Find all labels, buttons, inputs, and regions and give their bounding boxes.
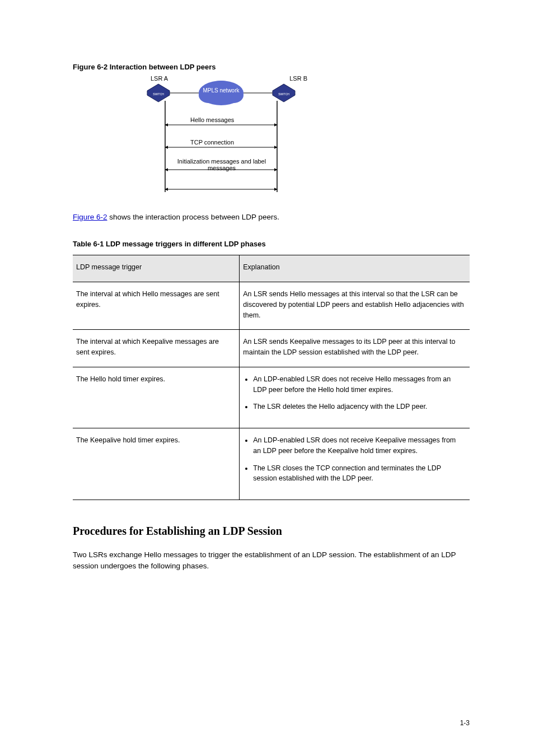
explain-cell: An LSR sends Keepalive messages to its L…: [240, 330, 470, 367]
figure-diagram: SWITCH SWITCH LSR A LSR B MPLS network H…: [137, 77, 305, 195]
svg-text:SWITCH: SWITCH: [153, 92, 164, 96]
figure-label-title: Interaction between LDP peers: [110, 63, 216, 71]
figure-label-num: Figure 6-2: [73, 63, 107, 71]
msg2-label: TCP connection: [190, 138, 234, 147]
svg-text:SWITCH: SWITCH: [278, 92, 289, 96]
list-item: The LSR closes the TCP connection and te…: [253, 463, 464, 484]
explain-cell: An LDP-enabled LSR does not receive Hell…: [240, 367, 470, 428]
section-body: Two LSRs exchange Hello messages to trig…: [73, 549, 470, 572]
explain-cell: An LDP-enabled LSR does not receive Keep…: [240, 428, 470, 500]
page-number: 1-3: [460, 718, 470, 728]
cloud-label: MPLS network: [199, 87, 243, 94]
switch-icon: SWITCH: [273, 84, 295, 102]
table-row: The Hello hold timer expires.An LDP-enab…: [73, 367, 470, 428]
table-head-trigger: LDP message trigger: [73, 255, 240, 282]
msg1-label: Hello messages: [190, 115, 234, 125]
figure-caption-link[interactable]: Figure 6-2: [73, 213, 107, 221]
trigger-cell: The Keepalive hold timer expires.: [73, 428, 240, 500]
table-row: The interval at which Hello messages are…: [73, 282, 470, 330]
trigger-cell: The interval at which Hello messages are…: [73, 282, 240, 330]
list-item: An LDP-enabled LSR does not receive Keep…: [253, 435, 464, 456]
table-head-explain: Explanation: [240, 255, 470, 282]
table-label-title: LDP message triggers in different LDP ph…: [106, 240, 266, 248]
explain-list: An LDP-enabled LSR does not receive Keep…: [253, 435, 464, 484]
section-heading: Procedures for Establishing an LDP Sessi…: [73, 522, 470, 539]
explain-list: An LDP-enabled LSR does not receive Hell…: [253, 374, 464, 412]
explain-cell: An LSR sends Hello messages at this inte…: [240, 282, 470, 330]
figure-caption-rest: shows the interaction process between LD…: [107, 213, 279, 221]
node-left-label: LSR A: [151, 74, 168, 83]
figure-caption: Figure 6-2 shows the interaction process…: [73, 212, 470, 223]
list-item: The LSR deletes the Hello adjacency with…: [253, 402, 464, 412]
table-label: Table 6-1 LDP message triggers in differ…: [73, 239, 470, 250]
trigger-cell: The interval at which Keepalive messages…: [73, 330, 240, 367]
triggers-table: LDP message trigger Explanation The inte…: [73, 255, 470, 500]
table-row: The Keepalive hold timer expires.An LDP-…: [73, 428, 470, 500]
table-label-num: Table 6-1: [73, 240, 104, 248]
msg3-label: Initialization messages and label messag…: [168, 158, 275, 171]
list-item: An LDP-enabled LSR does not receive Hell…: [253, 374, 464, 395]
trigger-cell: The Hello hold timer expires.: [73, 367, 240, 428]
figure-label: Figure 6-2 Interaction between LDP peers: [73, 62, 470, 73]
node-right-label: LSR B: [289, 74, 307, 83]
switch-icon: SWITCH: [147, 84, 170, 102]
table-row: The interval at which Keepalive messages…: [73, 330, 470, 367]
